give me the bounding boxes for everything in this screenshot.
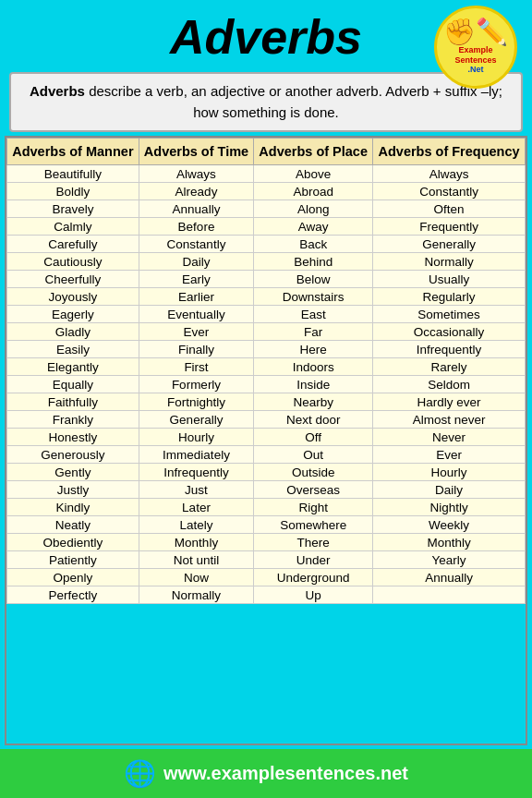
cell-24-0: Perfectly xyxy=(7,586,139,604)
cell-16-1: Immediately xyxy=(139,446,253,464)
cell-23-2: Underground xyxy=(254,569,373,586)
cell-18-2: Overseas xyxy=(254,481,373,499)
table-row: NeatlyLatelySomewhereWeekly xyxy=(7,516,526,534)
cell-10-1: Finally xyxy=(139,341,253,358)
cell-3-3: Frequently xyxy=(373,218,526,236)
table-row: GladlyEverFarOccasionally xyxy=(7,323,526,341)
cell-10-2: Here xyxy=(254,341,373,358)
cell-12-2: Inside xyxy=(254,376,373,393)
cell-11-1: First xyxy=(139,358,253,376)
cell-7-0: Joyously xyxy=(7,288,139,306)
cell-23-0: Openly xyxy=(7,569,139,586)
table-row: BoldlyAlreadyAbroadConstantly xyxy=(7,183,526,200)
cell-5-0: Cautiously xyxy=(7,253,139,271)
cell-23-3: Annually xyxy=(373,569,526,586)
table-row: HonestlyHourlyOffNever xyxy=(7,429,526,446)
cell-14-1: Generally xyxy=(139,411,253,429)
adverbs-table: Adverbs of MannerAdverbs of TimeAdverbs … xyxy=(6,138,526,604)
footer-url: www.examplesentences.net xyxy=(163,763,408,784)
cell-11-2: Indoors xyxy=(254,358,373,376)
header: Adverbs ✊✏️ ExampleSentences.Net xyxy=(0,0,532,72)
description-rest: describe a verb, an adjective or another… xyxy=(85,83,502,120)
cell-2-3: Often xyxy=(373,200,526,218)
cell-17-1: Infrequently xyxy=(139,464,253,481)
cell-13-1: Fortnightly xyxy=(139,393,253,411)
table-row: PerfectlyNormallyUp xyxy=(7,586,526,604)
table-row: EagerlyEventuallyEastSometimes xyxy=(7,306,526,323)
cell-22-1: Not until xyxy=(139,551,253,569)
cell-4-0: Carefully xyxy=(7,236,139,253)
cell-20-0: Neatly xyxy=(7,516,139,534)
cell-1-1: Already xyxy=(139,183,253,200)
cell-24-1: Normally xyxy=(139,586,253,604)
table-row: KindlyLaterRightNightly xyxy=(7,499,526,516)
table-row: GenerouslyImmediatelyOutEver xyxy=(7,446,526,464)
table-row: EasilyFinallyHereInfrequently xyxy=(7,341,526,358)
cell-2-2: Along xyxy=(254,200,373,218)
cell-9-2: Far xyxy=(254,323,373,341)
cell-24-2: Up xyxy=(254,586,373,604)
logo-text: ExampleSentences.Net xyxy=(454,45,496,75)
cell-5-3: Normally xyxy=(373,253,526,271)
cell-18-1: Just xyxy=(139,481,253,499)
cell-12-1: Formerly xyxy=(139,376,253,393)
table-row: CarefullyConstantlyBackGenerally xyxy=(7,236,526,253)
col-header-3: Adverbs of Frequency xyxy=(373,139,526,165)
cell-2-0: Bravely xyxy=(7,200,139,218)
cell-20-1: Lately xyxy=(139,516,253,534)
table-row: FaithfullyFortnightlyNearbyHardly ever xyxy=(7,393,526,411)
cell-15-1: Hourly xyxy=(139,429,253,446)
globe-icon: 🌐 xyxy=(124,758,156,789)
footer-inner: 🌐 www.examplesentences.net xyxy=(0,758,532,789)
cell-9-3: Occasionally xyxy=(373,323,526,341)
cell-16-0: Generously xyxy=(7,446,139,464)
col-header-0: Adverbs of Manner xyxy=(7,139,139,165)
cell-3-1: Before xyxy=(139,218,253,236)
cell-13-2: Nearby xyxy=(254,393,373,411)
description-box: Adverbs describe a verb, an adjective or… xyxy=(9,72,523,132)
cell-7-1: Earlier xyxy=(139,288,253,306)
cell-21-0: Obediently xyxy=(7,534,139,551)
cell-24-3 xyxy=(373,586,526,604)
cell-22-3: Yearly xyxy=(373,551,526,569)
cell-22-2: Under xyxy=(254,551,373,569)
table-row: BeautifullyAlwaysAboveAlways xyxy=(7,165,526,183)
logo-icon: ✊✏️ xyxy=(443,19,508,45)
cell-6-3: Usually xyxy=(373,271,526,288)
cell-22-0: Patiently xyxy=(7,551,139,569)
cell-18-3: Daily xyxy=(373,481,526,499)
cell-17-3: Hourly xyxy=(373,464,526,481)
cell-1-2: Abroad xyxy=(254,183,373,200)
page-title: Adverbs xyxy=(170,9,362,65)
cell-13-0: Faithfully xyxy=(7,393,139,411)
cell-0-1: Always xyxy=(139,165,253,183)
cell-14-3: Almost never xyxy=(373,411,526,429)
table-header-row: Adverbs of MannerAdverbs of TimeAdverbs … xyxy=(7,139,526,165)
table-row: JoyouslyEarlierDownstairsRegularly xyxy=(7,288,526,306)
cell-8-3: Sometimes xyxy=(373,306,526,323)
table-row: CalmlyBeforeAwayFrequently xyxy=(7,218,526,236)
cell-3-2: Away xyxy=(254,218,373,236)
cell-19-1: Later xyxy=(139,499,253,516)
table-row: JustlyJustOverseasDaily xyxy=(7,481,526,499)
cell-16-3: Ever xyxy=(373,446,526,464)
cell-12-3: Seldom xyxy=(373,376,526,393)
description-bold: Adverbs xyxy=(30,83,85,99)
cell-15-2: Off xyxy=(254,429,373,446)
table-row: PatientlyNot untilUnderYearly xyxy=(7,551,526,569)
cell-19-0: Kindly xyxy=(7,499,139,516)
cell-19-2: Right xyxy=(254,499,373,516)
cell-2-1: Annually xyxy=(139,200,253,218)
cell-0-3: Always xyxy=(373,165,526,183)
cell-8-2: East xyxy=(254,306,373,323)
cell-12-0: Equally xyxy=(7,376,139,393)
table-row: OpenlyNowUndergroundAnnually xyxy=(7,569,526,586)
cell-9-0: Gladly xyxy=(7,323,139,341)
cell-4-2: Back xyxy=(254,236,373,253)
col-header-1: Adverbs of Time xyxy=(139,139,253,165)
table-row: EquallyFormerlyInsideSeldom xyxy=(7,376,526,393)
cell-6-0: Cheerfully xyxy=(7,271,139,288)
cell-7-3: Regularly xyxy=(373,288,526,306)
table-row: CheerfullyEarlyBelowUsually xyxy=(7,271,526,288)
cell-5-1: Daily xyxy=(139,253,253,271)
